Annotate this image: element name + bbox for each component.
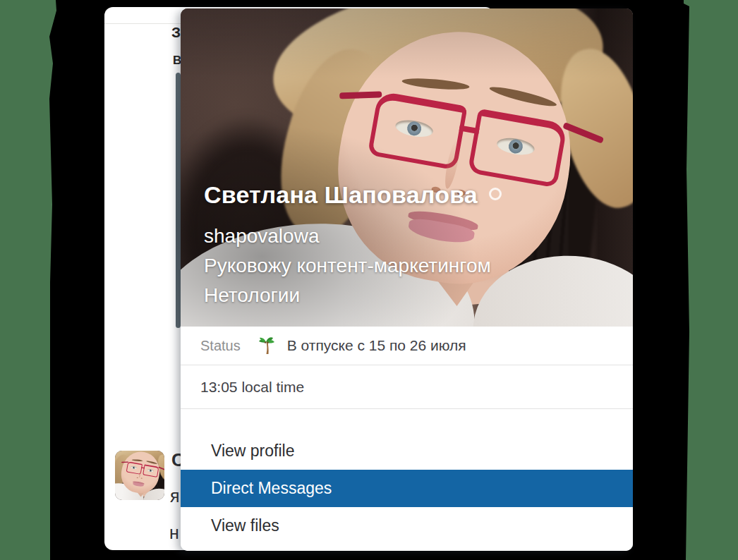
status-row: Status В отпуске с 15 по 26 июля: [181, 327, 633, 365]
profile-photo: Светлана Шаповалова shapovalowa Руковожу…: [181, 8, 633, 327]
menu-item-view-files[interactable]: View files: [181, 507, 633, 544]
profile-popover: Светлана Шаповалова shapovalowa Руковожу…: [181, 8, 633, 551]
status-label: Status: [200, 338, 241, 354]
menu-item-view-profile[interactable]: View profile: [181, 432, 633, 470]
profile-name: Светлана Шаповалова: [204, 181, 478, 209]
offline-presence-icon: [489, 188, 502, 200]
profile-menu: View profile Direct Messages View files: [181, 410, 633, 551]
local-time-row: 13:05 local time: [181, 365, 633, 409]
profile-title-line: Нетологии: [204, 281, 502, 310]
photo-art-shape: [137, 477, 138, 479]
profile-username: shapovalowa: [204, 221, 502, 251]
message-author-avatar[interactable]: [115, 451, 164, 500]
photo-art-shape: [116, 451, 164, 499]
profile-title-line: Руковожу контент-маркетингом: [204, 251, 502, 281]
clipped-text-fragment: З: [171, 24, 181, 41]
palm-tree-emoji-icon: [259, 336, 276, 355]
menu-item-direct-messages[interactable]: Direct Messages: [181, 470, 633, 507]
clipped-text-fragment: н: [169, 523, 179, 543]
local-time-text: 13:05 local time: [200, 379, 304, 396]
photo-art-shape: [140, 477, 142, 479]
profile-identity: Светлана Шаповалова shapovalowa Руковожу…: [204, 181, 502, 310]
vertical-scrollbar[interactable]: [176, 73, 181, 328]
status-text: В отпуске с 15 по 26 июля: [287, 337, 466, 354]
avatar-photo: [115, 451, 164, 500]
slack-profile-popover-screenshot: З В С я н: [0, 0, 738, 560]
clipped-text-fragment: я: [170, 486, 180, 506]
